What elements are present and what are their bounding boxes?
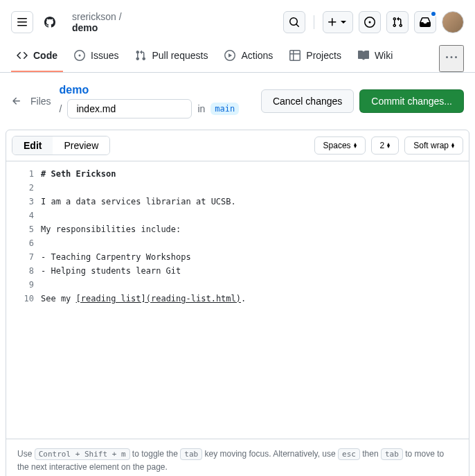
- wrap-mode-label: Soft wrap: [413, 141, 449, 150]
- git-pull-request-icon: [392, 17, 403, 28]
- path-separator: /: [60, 103, 62, 114]
- arrow-left-icon: [11, 96, 22, 107]
- indent-mode-label: Spaces: [323, 141, 351, 150]
- notifications-button[interactable]: [414, 11, 436, 33]
- chevron-down-icon: [338, 17, 349, 28]
- issue-icon: [364, 17, 375, 28]
- kebab-icon: [446, 52, 457, 63]
- search-button[interactable]: [283, 11, 305, 33]
- github-mark-icon: [44, 17, 55, 28]
- sort-icon: ▴▾: [387, 143, 390, 148]
- tab-actions[interactable]: Actions: [219, 44, 278, 72]
- tab-actions-label: Actions: [241, 50, 273, 61]
- kbd: esc: [338, 448, 360, 460]
- sort-icon: ▴▾: [354, 143, 357, 148]
- edit-tab[interactable]: Edit: [12, 136, 53, 155]
- files-label: Files: [30, 96, 51, 107]
- tab-code-label: Code: [33, 50, 57, 61]
- cancel-button[interactable]: Cancel changes: [261, 89, 354, 113]
- play-icon: [224, 50, 235, 61]
- tab-projects-label: Projects: [306, 50, 341, 61]
- tab-issues-label: Issues: [91, 50, 118, 61]
- tab-code[interactable]: Code: [11, 44, 63, 72]
- git-pull-request-icon: [135, 50, 146, 61]
- breadcrumb-repo[interactable]: demo: [72, 22, 278, 33]
- plus-icon: [327, 17, 338, 28]
- tab-pulls-label: Pull requests: [152, 50, 208, 61]
- search-icon: [289, 17, 300, 28]
- branch-badge[interactable]: main: [210, 103, 239, 115]
- line-gutter: 12345678910: [6, 161, 41, 439]
- filename-input[interactable]: [67, 99, 192, 118]
- kbd: tab: [180, 448, 202, 460]
- wrap-mode-select[interactable]: Soft wrap ▴▾: [404, 136, 463, 155]
- edit-preview-toggle: Edit Preview: [12, 136, 110, 155]
- keyboard-hint: Use Control + Shift + m to toggle the ta…: [6, 439, 469, 476]
- tab-wiki-label: Wiki: [375, 50, 393, 61]
- commit-button[interactable]: Commit changes...: [359, 89, 464, 113]
- table-icon: [289, 50, 301, 61]
- tab-issues[interactable]: Issues: [69, 44, 124, 72]
- breadcrumb-owner[interactable]: srerickson /: [72, 11, 278, 22]
- kbd: Control + Shift + m: [35, 448, 130, 460]
- indent-size-label: 2: [380, 141, 385, 150]
- issue-opened-icon: [74, 50, 85, 61]
- breadcrumb: srerickson / demo: [72, 11, 278, 33]
- more-tabs-button[interactable]: [439, 45, 464, 72]
- notification-dot-icon: [430, 10, 437, 17]
- tab-pulls[interactable]: Pull requests: [129, 44, 213, 72]
- back-to-files-link[interactable]: Files: [11, 96, 51, 107]
- github-logo[interactable]: [39, 11, 61, 33]
- indent-mode-select[interactable]: Spaces ▴▾: [314, 136, 366, 155]
- code-icon: [17, 50, 28, 61]
- tab-projects[interactable]: Projects: [284, 44, 347, 72]
- book-icon: [358, 50, 369, 61]
- tab-wiki[interactable]: Wiki: [352, 44, 398, 72]
- code-editor[interactable]: 12345678910 # Seth Erickson I am a data …: [6, 161, 469, 439]
- preview-tab[interactable]: Preview: [53, 136, 109, 155]
- pull-requests-button[interactable]: [386, 11, 409, 33]
- repo-link[interactable]: demo: [60, 84, 240, 96]
- hamburger-icon: [17, 17, 28, 28]
- user-avatar[interactable]: [442, 11, 464, 33]
- hamburger-menu-button[interactable]: [11, 11, 33, 33]
- in-label: in: [197, 103, 205, 114]
- code-content[interactable]: # Seth Erickson I am a data services lib…: [41, 161, 469, 439]
- inbox-icon: [420, 17, 431, 28]
- indent-size-select[interactable]: 2 ▴▾: [371, 136, 400, 155]
- sort-icon: ▴▾: [451, 143, 454, 148]
- create-new-button[interactable]: [323, 11, 353, 33]
- kbd: tab: [381, 448, 403, 460]
- issues-button[interactable]: [359, 11, 381, 33]
